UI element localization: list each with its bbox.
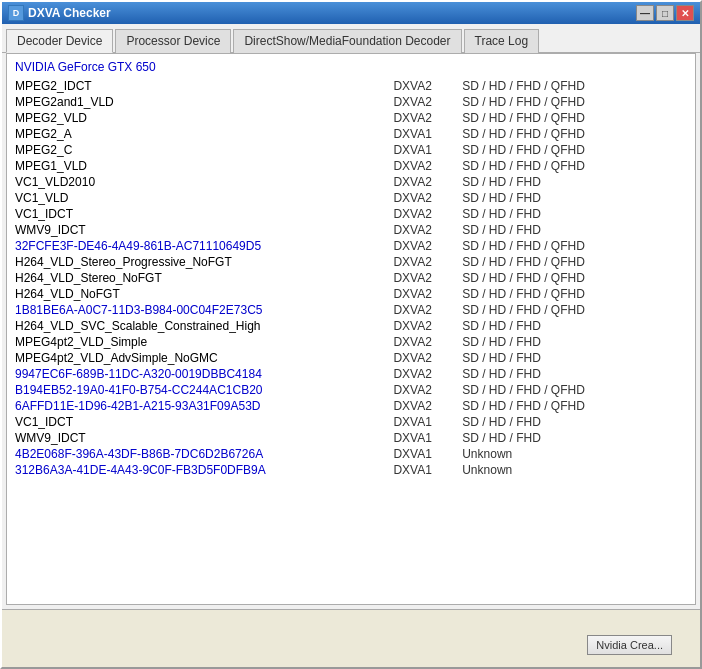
app-icon: D [8, 5, 24, 21]
decoder-caps: SD / HD / FHD / QFHD [454, 158, 695, 174]
table-row: H264_VLD_NoFGTDXVA2SD / HD / FHD / QFHD [7, 286, 695, 302]
decoder-caps: Unknown [454, 462, 695, 478]
decoder-caps: SD / HD / FHD / QFHD [454, 238, 695, 254]
decoder-version: DXVA2 [385, 286, 454, 302]
table-row: VC1_VLD2010DXVA2SD / HD / FHD [7, 174, 695, 190]
decoder-caps: SD / HD / FHD [454, 350, 695, 366]
decoder-version: DXVA2 [385, 254, 454, 270]
tab-processor-device[interactable]: Processor Device [115, 29, 231, 53]
decoder-name[interactable]: 6AFFD11E-1D96-42B1-A215-93A31F09A53D [7, 398, 385, 414]
decoder-version: DXVA2 [385, 206, 454, 222]
table-row: WMV9_IDCTDXVA2SD / HD / FHD [7, 222, 695, 238]
decoder-name[interactable]: 312B6A3A-41DE-4A43-9C0F-FB3D5F0DFB9A [7, 462, 385, 478]
decoder-name[interactable]: 1B81BE6A-A0C7-11D3-B984-00C04F2E73C5 [7, 302, 385, 318]
decoder-name: MPEG2_A [7, 126, 385, 142]
table-row: 312B6A3A-41DE-4A43-9C0F-FB3D5F0DFB9ADXVA… [7, 462, 695, 478]
decoder-version: DXVA2 [385, 158, 454, 174]
decoder-version: DXVA1 [385, 142, 454, 158]
decoder-name: MPEG4pt2_VLD_AdvSimple_NoGMC [7, 350, 385, 366]
decoder-name: VC1_IDCT [7, 206, 385, 222]
title-controls: — □ ✕ [636, 5, 694, 21]
tab-decoder-device[interactable]: Decoder Device [6, 29, 113, 53]
table-row: H264_VLD_Stereo_Progressive_NoFGTDXVA2SD… [7, 254, 695, 270]
decoder-name: MPEG2and1_VLD [7, 94, 385, 110]
table-row: H264_VLD_SVC_Scalable_Constrained_HighDX… [7, 318, 695, 334]
decoder-caps: SD / HD / FHD / QFHD [454, 254, 695, 270]
decoder-name: MPEG4pt2_VLD_Simple [7, 334, 385, 350]
decoder-version: DXVA2 [385, 174, 454, 190]
decoder-name[interactable]: 9947EC6F-689B-11DC-A320-0019DBBC4184 [7, 366, 385, 382]
decoder-caps: SD / HD / FHD [454, 430, 695, 446]
table-row: WMV9_IDCTDXVA1SD / HD / FHD [7, 430, 695, 446]
decoder-caps: SD / HD / FHD / QFHD [454, 398, 695, 414]
table-row: MPEG2_IDCTDXVA2SD / HD / FHD / QFHD [7, 78, 695, 94]
decoder-table: MPEG2_IDCTDXVA2SD / HD / FHD / QFHDMPEG2… [7, 78, 695, 478]
decoder-version: DXVA2 [385, 190, 454, 206]
table-row: VC1_IDCTDXVA1SD / HD / FHD [7, 414, 695, 430]
table-row: MPEG2_CDXVA1SD / HD / FHD / QFHD [7, 142, 695, 158]
decoder-name[interactable]: 4B2E068F-396A-43DF-B86B-7DC6D2B6726A [7, 446, 385, 462]
decoder-version: DXVA2 [385, 318, 454, 334]
decoder-caps: SD / HD / FHD [454, 414, 695, 430]
decoder-name: WMV9_IDCT [7, 430, 385, 446]
decoder-caps: SD / HD / FHD [454, 366, 695, 382]
decoder-name: H264_VLD_NoFGT [7, 286, 385, 302]
decoder-version: DXVA1 [385, 430, 454, 446]
tab-directshow[interactable]: DirectShow/MediaFoundation Decoder [233, 29, 461, 53]
decoder-version: DXVA2 [385, 270, 454, 286]
decoder-name: H264_VLD_SVC_Scalable_Constrained_High [7, 318, 385, 334]
table-row: MPEG2_ADXVA1SD / HD / FHD / QFHD [7, 126, 695, 142]
table-row: MPEG4pt2_VLD_SimpleDXVA2SD / HD / FHD [7, 334, 695, 350]
maximize-button[interactable]: □ [656, 5, 674, 21]
minimize-button[interactable]: — [636, 5, 654, 21]
table-row: 9947EC6F-689B-11DC-A320-0019DBBC4184DXVA… [7, 366, 695, 382]
decoder-caps: SD / HD / FHD / QFHD [454, 382, 695, 398]
title-bar: D DXVA Checker — □ ✕ [2, 2, 700, 24]
table-row: VC1_IDCTDXVA2SD / HD / FHD [7, 206, 695, 222]
decoder-version: DXVA1 [385, 414, 454, 430]
decoder-name: MPEG2_C [7, 142, 385, 158]
decoder-caps: Unknown [454, 446, 695, 462]
nvidia-button[interactable]: Nvidia Crea... [587, 635, 672, 655]
decoder-caps: SD / HD / FHD [454, 318, 695, 334]
tab-trace-log[interactable]: Trace Log [464, 29, 540, 53]
decoder-name[interactable]: B194EB52-19A0-41F0-B754-CC244AC1CB20 [7, 382, 385, 398]
table-row: 6AFFD11E-1D96-42B1-A215-93A31F09A53DDXVA… [7, 398, 695, 414]
decoder-caps: SD / HD / FHD / QFHD [454, 142, 695, 158]
table-container[interactable]: MPEG2_IDCTDXVA2SD / HD / FHD / QFHDMPEG2… [7, 78, 695, 604]
decoder-caps: SD / HD / FHD / QFHD [454, 94, 695, 110]
window-title: DXVA Checker [28, 6, 111, 20]
decoder-version: DXVA2 [385, 110, 454, 126]
close-button[interactable]: ✕ [676, 5, 694, 21]
decoder-version: DXVA2 [385, 398, 454, 414]
decoder-version: DXVA2 [385, 334, 454, 350]
table-row: 1B81BE6A-A0C7-11D3-B984-00C04F2E73C5DXVA… [7, 302, 695, 318]
decoder-caps: SD / HD / FHD / QFHD [454, 78, 695, 94]
decoder-name: MPEG2_VLD [7, 110, 385, 126]
decoder-name: MPEG2_IDCT [7, 78, 385, 94]
decoder-version: DXVA1 [385, 126, 454, 142]
decoder-name: MPEG1_VLD [7, 158, 385, 174]
decoder-name: VC1_VLD2010 [7, 174, 385, 190]
decoder-version: DXVA2 [385, 78, 454, 94]
decoder-name: H264_VLD_Stereo_Progressive_NoFGT [7, 254, 385, 270]
decoder-caps: SD / HD / FHD [454, 334, 695, 350]
decoder-caps: SD / HD / FHD [454, 174, 695, 190]
bottom-area: Nvidia Crea... [2, 609, 700, 667]
table-row: MPEG2and1_VLDDXVA2SD / HD / FHD / QFHD [7, 94, 695, 110]
decoder-version: DXVA1 [385, 446, 454, 462]
decoder-name[interactable]: 32FCFE3F-DE46-4A49-861B-AC71110649D5 [7, 238, 385, 254]
decoder-version: DXVA2 [385, 238, 454, 254]
table-row: MPEG1_VLDDXVA2SD / HD / FHD / QFHD [7, 158, 695, 174]
decoder-caps: SD / HD / FHD / QFHD [454, 302, 695, 318]
main-window: D DXVA Checker — □ ✕ Decoder Device Proc… [0, 0, 702, 669]
decoder-caps: SD / HD / FHD / QFHD [454, 126, 695, 142]
decoder-caps: SD / HD / FHD / QFHD [454, 110, 695, 126]
table-row: H264_VLD_Stereo_NoFGTDXVA2SD / HD / FHD … [7, 270, 695, 286]
gpu-header: NVIDIA GeForce GTX 650 [7, 54, 695, 78]
decoder-name: VC1_VLD [7, 190, 385, 206]
decoder-version: DXVA2 [385, 222, 454, 238]
decoder-version: DXVA2 [385, 382, 454, 398]
content-area: NVIDIA GeForce GTX 650 MPEG2_IDCTDXVA2SD… [6, 53, 696, 605]
table-row: VC1_VLDDXVA2SD / HD / FHD [7, 190, 695, 206]
